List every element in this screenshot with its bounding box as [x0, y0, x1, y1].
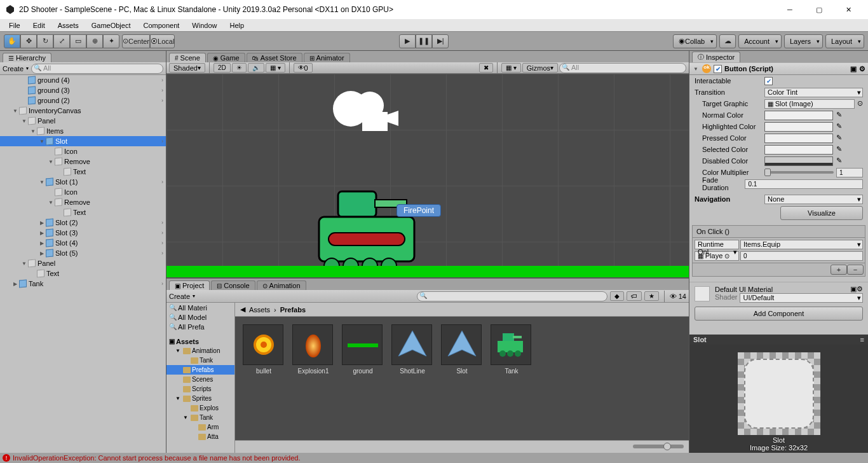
folder-item[interactable]: Prefabs	[166, 365, 234, 375]
move-tool[interactable]: ✥	[20, 34, 37, 48]
asset-item[interactable]: bullet	[243, 324, 285, 375]
project-tree[interactable]: 🔍 All Materi 🔍 All Model 🔍 All Prefa ▣ A…	[166, 303, 235, 453]
asset-item[interactable]: Explosion1	[292, 324, 334, 375]
folder-item[interactable]: ▼ Sprites	[166, 394, 234, 403]
add-component-button[interactable]: Add Component	[695, 307, 863, 321]
folder-item[interactable]: ▼ Animation	[166, 346, 234, 356]
eyedropper-icon[interactable]: ✎	[834, 111, 844, 120]
hierarchy-item[interactable]: ▼Items	[0, 126, 166, 136]
navigation-dropdown[interactable]: None▾	[764, 195, 863, 204]
component-header[interactable]: ▼ ok ✔ Button (Script) ▣ ⚙	[689, 62, 868, 75]
hierarchy-item[interactable]: Text	[0, 268, 166, 279]
maximize-button[interactable]: ▢	[804, 0, 834, 19]
tree-filter[interactable]: 🔍 All Materi	[166, 303, 234, 312]
breadcrumb-item[interactable]: Prefabs	[280, 306, 306, 314]
asset-item[interactable]: ShotLine	[391, 324, 433, 375]
firepoint-label[interactable]: FirePoint	[397, 204, 441, 217]
hierarchy-item[interactable]: ▼Panel	[0, 116, 166, 126]
hierarchy-item[interactable]: ▶Slot (5)›	[0, 248, 166, 258]
interactable-checkbox[interactable]: ✔	[764, 77, 773, 85]
custom-tool[interactable]: ✦	[103, 34, 119, 48]
asset-item[interactable]: ground	[342, 324, 384, 375]
status-bar[interactable]: ! InvalidOperationException: Cannot star…	[0, 453, 868, 463]
help-icon[interactable]: ▣	[850, 285, 857, 293]
game-tab[interactable]: ◉ Game	[207, 53, 245, 62]
highlighted-color[interactable]	[764, 122, 833, 132]
menu-gameobject[interactable]: GameObject	[85, 20, 137, 31]
rect-tool[interactable]: ▭	[70, 34, 86, 48]
folder-item[interactable]: Explos	[166, 403, 234, 413]
fade-duration-field[interactable]	[745, 179, 863, 189]
eyedropper-icon[interactable]: ✎	[834, 122, 844, 132]
eyedropper-icon[interactable]: ✎	[834, 145, 844, 155]
component-enabled-checkbox[interactable]: ✔	[714, 65, 722, 73]
pressed-color[interactable]	[764, 134, 833, 143]
layers-dropdown[interactable]: Layers	[784, 34, 823, 48]
fx-toggle[interactable]: ▦ ▾	[266, 63, 285, 73]
shader-dropdown[interactable]: UI/Default▾	[740, 293, 863, 303]
menu-edit[interactable]: Edit	[27, 20, 51, 31]
thumbnail-slider[interactable]	[633, 445, 684, 448]
hierarchy-item[interactable]: Icon	[0, 146, 166, 156]
project-fav-icon[interactable]: ★	[644, 291, 659, 301]
hierarchy-item[interactable]: ▶Slot (3)›	[0, 228, 166, 238]
hierarchy-item[interactable]: ▼Slot (1)›	[0, 177, 166, 187]
console-tab[interactable]: ⊟ Console	[211, 280, 255, 290]
help-icon[interactable]: ▣	[850, 65, 857, 73]
color-mult-slider[interactable]	[764, 171, 834, 174]
hierarchy-item[interactable]: Icon	[0, 187, 166, 197]
audio-toggle[interactable]: 🔊	[248, 63, 264, 73]
shaded-dropdown[interactable]: Shaded ▾	[169, 63, 205, 73]
gear-icon[interactable]: ⚙	[857, 285, 863, 293]
target-graphic-field[interactable]: ▦ Slot (Image)	[764, 99, 855, 109]
tree-filter[interactable]: 🔍 All Prefa	[166, 322, 234, 331]
assets-grid[interactable]: bulletExplosion1groundShotLineSlotTank	[235, 317, 689, 440]
scene-view[interactable]: FirePoint	[166, 74, 689, 277]
asset-item[interactable]: Tank	[491, 324, 532, 375]
hierarchy-item[interactable]: ▶Slot (2)›	[0, 218, 166, 228]
menu-help[interactable]: Help	[223, 20, 250, 31]
hierarchy-tab[interactable]: ☰ Hierarchy	[3, 53, 51, 62]
hierarchy-search[interactable]: All	[31, 64, 163, 74]
hierarchy-item[interactable]: Text	[0, 207, 166, 218]
minimize-button[interactable]: ─	[775, 0, 804, 19]
menu-file[interactable]: File	[3, 20, 27, 31]
hierarchy-item[interactable]: Text	[0, 167, 166, 177]
hierarchy-item[interactable]: ▼Remove	[0, 156, 166, 167]
left-arrow-icon[interactable]: ◀	[240, 305, 245, 314]
folder-item[interactable]: ▼ Tank	[166, 413, 234, 422]
layout-dropdown[interactable]: Layout	[825, 34, 864, 48]
2d-toggle[interactable]: 2D	[214, 63, 231, 73]
tools-icon[interactable]: ✖	[479, 63, 493, 73]
method-dropdown[interactable]: Items.Equip▾	[740, 240, 863, 249]
project-label-icon[interactable]: 🏷	[627, 291, 642, 301]
animator-tab[interactable]: ⊞ Animator	[304, 53, 350, 62]
hierarchy-item[interactable]: ▼InventoryCanvas	[0, 106, 166, 116]
add-event-button[interactable]: +	[831, 265, 847, 275]
close-button[interactable]: ✕	[834, 0, 863, 19]
hidden-toggle[interactable]: 👁 0	[294, 63, 313, 73]
eyedropper-icon[interactable]: ✎	[834, 134, 844, 143]
menu-component[interactable]: Component	[137, 20, 186, 31]
pause-button[interactable]: ❚❚	[416, 34, 432, 48]
assets-root[interactable]: ▣ Assets	[166, 336, 234, 346]
project-tab[interactable]: ▣ Project	[169, 280, 210, 290]
visualize-button[interactable]: Visualize	[780, 206, 863, 220]
pivot-center[interactable]: ⊙ Center	[122, 34, 150, 48]
normal-color[interactable]	[764, 111, 833, 120]
inspector-tab[interactable]: ⓘ Inspector	[692, 52, 740, 62]
hierarchy-item[interactable]: ▶Slot (4)›	[0, 238, 166, 248]
collab-dropdown[interactable]: ◉ Collab	[673, 34, 717, 48]
transform-tool[interactable]: ⊕	[86, 34, 103, 48]
project-filter-icon[interactable]: ◆	[610, 291, 624, 301]
selected-color[interactable]	[764, 145, 833, 155]
hierarchy-item[interactable]: ground (3)›	[0, 85, 166, 95]
folder-item[interactable]: Atta	[166, 432, 234, 441]
asset-store-tab[interactable]: 🛍 Asset Store	[247, 53, 302, 62]
asset-item[interactable]: Slot	[441, 324, 483, 375]
hierarchy-item[interactable]: ▼Slot›	[0, 136, 166, 146]
folder-item[interactable]: Scenes	[166, 375, 234, 384]
scene-search[interactable]: All	[559, 63, 686, 73]
runtime-dropdown[interactable]: Runtime Onl▾	[695, 240, 739, 249]
eyedropper-icon[interactable]: ✎	[834, 156, 844, 166]
